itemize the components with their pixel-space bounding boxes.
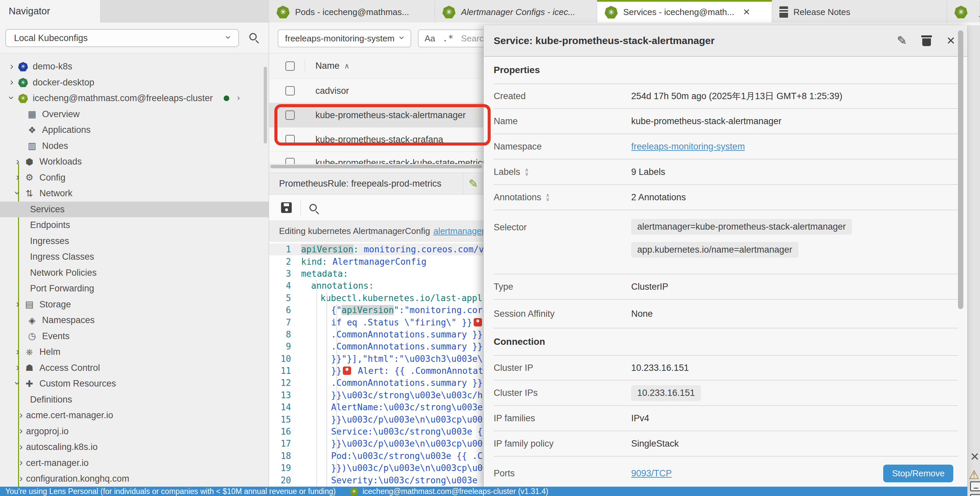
tab-strip: ✳Pods - icecheng@mathmas...✳Alertmanager… [269,0,980,22]
sidebar-item-workloads[interactable]: ›⬢Workloads [0,154,269,170]
namespace-link[interactable]: freeleaps-monitoring-system [631,141,745,152]
sidebar-item-nodes[interactable]: ▥Nodes [0,138,269,154]
table-horizontal-scrollbar[interactable] [269,164,483,169]
line-number: 13 [269,390,301,400]
tab-pods[interactable]: ✳Pods - icecheng@mathmas... [269,0,435,22]
sidebar-item-custom-resources[interactable]: ›✚Custom Resources [0,376,269,392]
notification-icon[interactable] [970,481,980,491]
sidebar-item-demo-k8s[interactable]: ›✳demo-k8s [0,59,269,75]
dismiss-icon[interactable]: ✕ [970,450,980,463]
chevron-right-icon[interactable]: › [19,410,23,420]
chevron-right-icon[interactable]: › [10,61,13,71]
selector-badge: app.kubernetes.io/name=alertmanager [631,242,799,258]
sidebar-item-services[interactable]: Services [0,202,269,218]
sidebar-item-namespaces[interactable]: ◈Namespaces [0,312,269,328]
chevron-right-icon[interactable]: › [237,94,240,102]
sidebar-item-access-control[interactable]: ›☗Access Control [0,360,269,376]
sidebar-item-definitions[interactable]: Definitions [0,392,269,408]
chevron-right-icon[interactable]: › [16,172,19,182]
name-column-header[interactable]: Name ∧ [315,61,350,71]
sidebar-item-argoproj-io[interactable]: ›argoproj.io [0,424,269,440]
toolbar-divider [301,200,301,215]
status-bar: You're using Lens Personal (for individu… [0,486,967,496]
edit-pencil-icon[interactable]: ✎ [897,34,907,48]
header-divider [305,59,305,73]
match-case-icon[interactable]: Aa [425,33,435,44]
sidebar-item-configuration-konghq-com[interactable]: ›configuration.konghq.com [0,471,269,486]
alert-emoji-icon [343,367,351,375]
save-icon[interactable] [281,202,292,213]
sidebar-item-cert-manager-io[interactable]: ›cert-manager.io [0,455,269,471]
namespace-select[interactable]: freeleaps-monitoring-system › [278,29,411,48]
chevron-down-icon[interactable]: › [7,96,17,100]
editor-search-icon[interactable] [309,204,317,211]
sidebar-item-applications[interactable]: ❖Applications [0,122,269,138]
sidebar-item-docker-desktop[interactable]: ›✳docker-desktop [0,75,269,91]
chevron-right-icon[interactable]: › [19,457,23,467]
line-number: 19 [269,463,301,473]
close-icon[interactable]: ✕ [946,34,955,47]
sidebar-item-autoscaling-k8s-io[interactable]: ›autoscaling.k8s.io [0,439,269,455]
expand-toggle-icon[interactable]: ∧∨ [546,193,550,201]
editing-status-bar: Editing kubernetes AlertmanagerConfig al… [269,220,483,242]
chevron-right-icon[interactable]: › [16,347,19,356]
port-link[interactable]: 9093/TCP [631,468,883,479]
sidebar-item-ingress-classes[interactable]: Ingress Classes [0,249,269,265]
edit-pencil-icon[interactable]: ✎ [463,177,483,190]
sidebar-item-label: Overview [42,109,80,119]
sidebar-item-events[interactable]: ◷Events [0,328,269,345]
expand-toggle-icon[interactable]: ∧∨ [525,168,529,176]
chevron-right-icon[interactable]: › [19,442,23,451]
notification-icon[interactable] [970,494,980,496]
network-icon: ⇅ [23,188,36,199]
sidebar-item-overview[interactable]: ▦Overview [0,107,269,122]
kubernetes-icon: ✳ [18,62,28,72]
tab-services[interactable]: ✳Services - icecheng@math...✕ [597,0,772,23]
sidebar-item-endpoints[interactable]: Endpoints [0,217,269,233]
warning-icon[interactable]: ⚠ [969,468,979,482]
sidebar-scrollbar[interactable] [264,67,267,143]
sidebar-item-label: acme.cert-manager.io [26,410,113,421]
drawer-scrollbar[interactable] [958,30,963,309]
regex-icon[interactable]: .* [442,33,453,43]
selector-badge: alertmanager=kube-prometheus-stack-alert… [631,219,852,235]
chevron-down-icon[interactable]: › [13,382,23,385]
tab-alertmanager[interactable]: ✳Alertmanager Configs - icec... [435,0,597,22]
chevron-down-icon[interactable]: › [13,191,23,195]
select-all-checkbox[interactable] [285,61,295,71]
close-icon[interactable]: ✕ [743,7,750,17]
chevron-right-icon[interactable]: › [19,473,23,483]
tab-release[interactable]: Release Notes [772,0,947,22]
kubeconfig-select[interactable]: Local Kubeconfigs › [5,29,239,47]
chevron-down-icon: › [397,36,407,40]
sidebar-item-helm[interactable]: ›⎈Helm [0,344,269,360]
row-checkbox[interactable] [285,158,295,164]
row-checkbox[interactable] [285,86,295,95]
sidebar-item-acme-cert-manager-io[interactable]: ›acme.cert-manager.io [0,407,269,424]
properties-heading: Properties [484,57,967,83]
sidebar-search-icon[interactable] [249,33,257,40]
chevron-right-icon[interactable]: › [16,362,19,372]
active-cluster-status[interactable]: ✳ icecheng@mathmast.com@freeleaps-cluste… [350,487,549,496]
sidebar-item-ingresses[interactable]: Ingresses [0,233,269,250]
chevron-right-icon[interactable]: › [19,426,23,436]
stop-remove-button[interactable]: Stop/Remove [883,465,953,482]
chevron-right-icon[interactable]: › [16,156,19,166]
sidebar-item-label: autoscaling.k8s.io [26,442,98,452]
chevron-right-icon[interactable]: › [10,77,13,87]
alertmanager-config-link[interactable]: alertmanager [433,226,483,236]
sidebar-item-label: Definitions [30,394,72,405]
sidebar-item-label: demo-k8s [33,61,72,72]
sidebar-item-icecheng-mathmast-com-freeleaps-cluster[interactable]: ›✳icecheng@mathmast.com@freeleaps-cluste… [0,91,269,107]
pencil-icon: ／ [978,5,980,19]
chevron-right-icon[interactable]: › [16,299,19,309]
sidebar-item-network-policies[interactable]: Network Policies [0,265,269,281]
sidebar-item-config[interactable]: ›⚙Config [0,170,269,186]
sidebar-item-label: docker-desktop [33,78,94,88]
tab-partial[interactable]: ✳／ [947,0,980,22]
line-number: 1 [269,244,301,254]
sidebar-item-port-forwarding[interactable]: Port Forwarding [0,281,269,297]
sidebar-item-storage[interactable]: ›▤Storage [0,297,269,313]
sidebar-item-network[interactable]: ›⇅Network [0,186,269,202]
delete-trash-icon[interactable] [922,35,931,46]
